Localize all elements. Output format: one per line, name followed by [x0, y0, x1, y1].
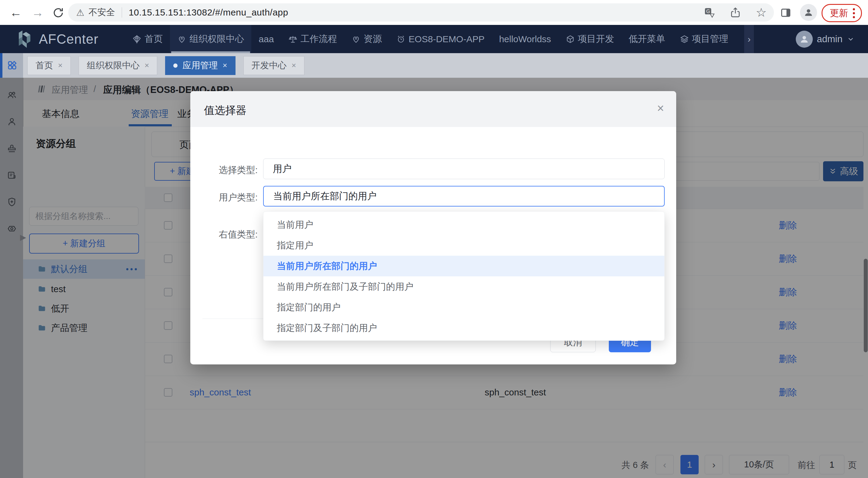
alarm-icon — [396, 35, 405, 44]
value-selector-dialog: 值选择器 × 右值类型: 常量 业务字典 实体 组织 选择类型: 用户 用户类型… — [190, 91, 676, 364]
nav-item-project-dev[interactable]: 项目开发 — [558, 25, 622, 53]
omnibox-divider — [122, 7, 122, 18]
nav-item-workflow[interactable]: 工作流程 — [281, 25, 344, 53]
open-tab-app-mgmt[interactable]: 应用管理 × — [165, 56, 235, 75]
dialog-title: 值选择器 — [204, 103, 246, 118]
tab-close-icon[interactable]: × — [222, 61, 227, 70]
side-panel-icon[interactable] — [780, 7, 792, 19]
tab-close-icon[interactable]: × — [58, 61, 63, 70]
tools-icon — [743, 35, 744, 44]
user-type-input[interactable]: 当前用户所在部门的用户 — [263, 186, 665, 207]
option-current-user[interactable]: 当前用户 — [264, 214, 664, 235]
nav-menu: 首页 组织权限中心 aaa 工作流程 资源 EOS8-DEMO-APP hell… — [125, 25, 744, 53]
bookmark-star-icon[interactable]: ☆ — [756, 6, 767, 19]
security-label: 不安全 — [89, 6, 115, 19]
afcenter-logo-icon — [16, 30, 33, 49]
open-tab-org-auth[interactable]: 组织权限中心 × — [79, 56, 157, 75]
dialog-close-icon[interactable]: × — [657, 102, 664, 114]
app-navbar: AFCenter 首页 组织权限中心 aaa 工作流程 资源 EOS8-DEMO… — [0, 25, 868, 53]
layers-icon — [680, 35, 689, 44]
rail-active-cell — [0, 53, 23, 78]
tab-close-icon[interactable]: × — [292, 61, 296, 70]
nav-item-home[interactable]: 首页 — [125, 25, 170, 53]
brand-name: AFCenter — [39, 32, 98, 47]
user-type-dropdown: 当前用户 指定用户 当前用户所在部门的用户 当前用户所在部门及子部门的用户 指定… — [263, 211, 665, 341]
nav-item-aaa[interactable]: aaa — [251, 25, 281, 53]
option-current-dept-subdept-users[interactable]: 当前用户所在部门及子部门的用户 — [264, 276, 664, 297]
tab-close-icon[interactable]: × — [145, 61, 149, 70]
share-icon[interactable] — [730, 7, 741, 18]
select-type-input[interactable]: 用户 — [263, 158, 665, 179]
nav-item-project-mgmt[interactable]: 项目管理 — [673, 25, 736, 53]
dialog-header: 值选择器 × — [190, 91, 676, 127]
security-warning-icon: ⚠ — [76, 7, 84, 18]
nav-item-master-data[interactable]: 主数据管理 — [736, 25, 744, 53]
open-tab-dev-center[interactable]: 开发中心 × — [243, 56, 304, 75]
option-specified-dept-users[interactable]: 指定部门的用户 — [264, 297, 664, 318]
heart-icon — [351, 35, 361, 44]
update-label: 更新 — [830, 7, 848, 20]
select-type-label: 选择类型: — [193, 164, 258, 176]
nav-item-org-auth-center[interactable]: 组织权限中心 — [170, 25, 251, 53]
translate-icon[interactable]: G — [704, 7, 715, 18]
option-specified-user[interactable]: 指定用户 — [264, 235, 664, 256]
chevron-down-icon — [847, 35, 855, 43]
open-tab-home[interactable]: 首页 × — [27, 56, 71, 75]
user-name: admin — [817, 34, 842, 44]
brand: AFCenter — [16, 30, 98, 49]
browser-forward-icon[interactable]: → — [32, 0, 44, 25]
cube-icon — [566, 35, 575, 44]
nav-overflow-chevron[interactable]: › — [744, 25, 754, 53]
active-tab-dot — [173, 63, 178, 68]
diamond-icon — [132, 35, 142, 44]
option-current-dept-users[interactable]: 当前用户所在部门的用户 — [264, 256, 664, 276]
browser-update-button[interactable]: 更新 — [822, 4, 862, 22]
browser-menu-icon[interactable] — [853, 8, 855, 18]
user-type-label: 用户类型: — [193, 191, 258, 204]
svg-text:G: G — [706, 9, 710, 14]
nav-item-resources[interactable]: 资源 — [344, 25, 389, 53]
open-tab-strip: 首页 × 组织权限中心 × 应用管理 × 开发中心 × — [23, 53, 868, 78]
nav-item-helloworldss[interactable]: helloWorldss — [492, 25, 558, 53]
heart-face-icon — [177, 35, 186, 44]
right-value-type-label: 右值类型: — [193, 228, 258, 241]
user-menu[interactable]: admin — [796, 31, 855, 48]
user-avatar — [796, 31, 813, 48]
apps-grid-icon[interactable] — [7, 60, 18, 71]
browser-back-icon[interactable]: ← — [10, 0, 22, 25]
option-specified-dept-subdept-users[interactable]: 指定部门及子部门的用户 — [264, 318, 664, 338]
scale-icon — [288, 35, 298, 44]
browser-reload-icon[interactable] — [52, 7, 64, 19]
url-path: /#/menu_auth/app — [212, 7, 288, 18]
browser-profile-avatar[interactable] — [800, 4, 817, 21]
nav-item-eos8-demo-app[interactable]: EOS8-DEMO-APP — [389, 25, 492, 53]
browser-toolbar: ← → ⚠ 不安全 10.15.15.151:13082 /#/menu_aut… — [0, 0, 868, 25]
url-host: 10.15.15.151:13082 — [129, 7, 212, 18]
address-bar[interactable]: ⚠ 不安全 10.15.15.151:13082 /#/menu_auth/ap… — [68, 3, 774, 22]
nav-item-lowcode-menu[interactable]: 低开菜单 — [622, 25, 673, 53]
